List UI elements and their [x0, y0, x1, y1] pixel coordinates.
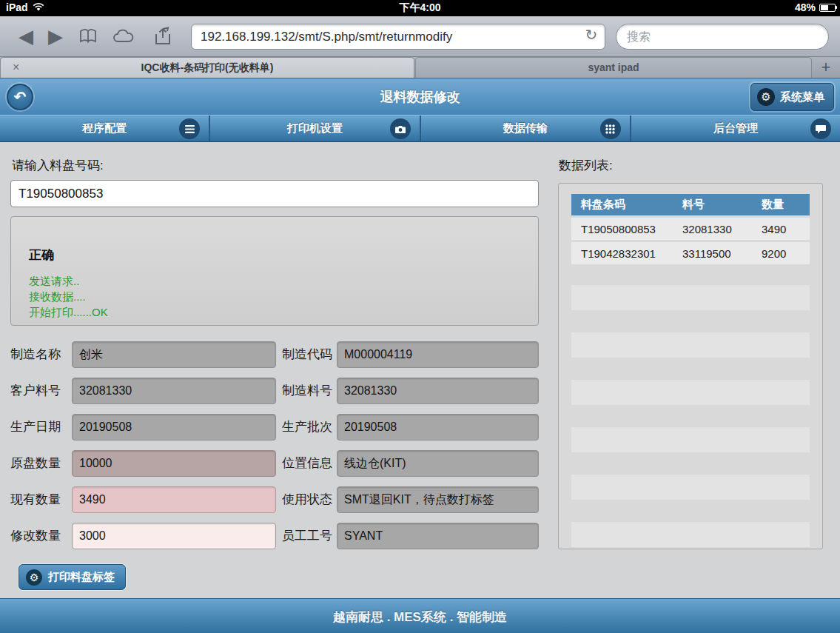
cloud-icon[interactable]	[111, 24, 136, 49]
cell-qty: 9200	[762, 247, 806, 260]
mfg-part-field: 32081330	[337, 378, 539, 404]
footer-text: 越南耐思 . MES系统 . 智能制造	[0, 609, 840, 626]
employee-id-field: SYANT	[337, 523, 539, 549]
table-header: 料盘条码 料号 数量	[571, 194, 810, 215]
new-tab-button[interactable]: +	[815, 58, 837, 76]
browser-toolbar: ◀ ▶ ↻	[0, 16, 840, 57]
customer-part-field: 32081330	[72, 378, 276, 404]
print-label-text: 打印料盘标签	[48, 570, 115, 584]
cell-barcode: T19042832301	[571, 247, 682, 260]
nav-item-backend-admin[interactable]: 后台管理	[631, 115, 840, 141]
result-log-line: 接收数据....	[29, 289, 108, 304]
current-qty-field: 3490	[72, 486, 276, 513]
mfg-code-field: M000004119	[337, 341, 539, 368]
table-row[interactable]: T19042832301 33119500 9200	[571, 242, 810, 264]
result-log-line: 发送请求..	[29, 273, 108, 289]
nav-label: 程序配置	[82, 121, 127, 135]
tab-inactive-title: syant ipad	[446, 61, 782, 73]
field-label: 制造名称	[10, 341, 71, 368]
gear-icon: ⚙	[26, 569, 42, 586]
search-input[interactable]	[616, 24, 829, 50]
forward-icon[interactable]: ▶	[46, 24, 65, 49]
field-label: 现有数量	[10, 486, 71, 513]
prod-batch-field: 20190508	[337, 414, 539, 441]
col-header-qty: 数量	[762, 198, 806, 212]
data-list-label: 数据列表:	[559, 157, 613, 174]
camera-icon	[390, 118, 411, 139]
field-label: 生产批次	[282, 414, 343, 441]
app-footer: 越南耐思 . MES系统 . 智能制造	[0, 598, 840, 633]
tray-number-input[interactable]	[10, 180, 539, 207]
nav-label: 后台管理	[713, 121, 758, 135]
ios-status-bar: iPad 下午4:00 48%	[0, 0, 840, 16]
system-menu-label: 系统菜单	[780, 90, 824, 104]
battery-percent: 48%	[795, 1, 816, 13]
modify-qty-input[interactable]	[72, 523, 276, 549]
system-menu-button[interactable]: ⚙ 系统菜单	[750, 83, 834, 111]
grid-icon	[600, 118, 621, 139]
col-header-part: 料号	[682, 198, 762, 212]
tab-inactive[interactable]: syant ipad	[415, 57, 812, 78]
empty-row	[571, 427, 810, 452]
app-header: ↶ 退料数据修改 ⚙ 系统菜单	[0, 78, 840, 115]
nav-label: 数据传输	[503, 121, 548, 135]
nav-item-data-transfer[interactable]: 数据传输	[421, 115, 631, 141]
empty-row	[571, 332, 810, 358]
page-title: 退料数据修改	[0, 88, 840, 106]
result-box: 正确 发送请求.. 接收数据.... 开始打印......OK	[10, 216, 539, 326]
data-list-panel: 料盘条码 料号 数量 T19050800853 32081330 3490 T1…	[558, 183, 823, 549]
bookmarks-icon[interactable]	[77, 24, 99, 49]
field-label: 员工工号	[282, 523, 343, 549]
hamburger-menu-icon	[179, 118, 200, 139]
empty-row	[571, 475, 810, 500]
tab-bar: × IQC收料-条码打印(无收料单) syant ipad +	[0, 57, 840, 78]
field-label: 制造料号	[282, 378, 343, 404]
field-label: 生产日期	[10, 414, 71, 441]
result-log: 发送请求.. 接收数据.... 开始打印......OK	[29, 273, 108, 320]
nav-label: 打印机设置	[287, 121, 343, 135]
field-label: 修改数量	[10, 523, 71, 549]
ipad-screen: iPad 下午4:00 48% ◀ ▶ ↻ × IQC收料-条码打印(	[0, 0, 840, 633]
table-row[interactable]: T19050800853 32081330 3490	[571, 218, 810, 240]
field-label: 使用状态	[282, 486, 343, 513]
cell-part: 32081330	[682, 223, 762, 235]
tab-active-title: IQC收料-条码打印(无收料单)	[30, 61, 384, 75]
back-icon[interactable]: ◀	[16, 24, 36, 49]
field-label: 客户料号	[10, 378, 71, 404]
gear-icon: ⚙	[757, 88, 775, 106]
location-field: 线边仓(KIT)	[337, 450, 539, 477]
url-input[interactable]	[191, 24, 605, 50]
cell-qty: 3490	[762, 223, 806, 235]
print-label-button[interactable]: ⚙ 打印料盘标签	[19, 564, 126, 590]
status-time: 下午4:00	[0, 1, 840, 15]
nav-item-program-config[interactable]: 程序配置	[0, 115, 210, 141]
tray-input-label: 请输入料盘号码:	[12, 157, 104, 174]
refresh-icon[interactable]: ↻	[582, 26, 601, 44]
empty-row	[571, 285, 810, 310]
result-log-line: 开始打印......OK	[29, 304, 108, 320]
field-label: 原盘数量	[10, 450, 71, 477]
chat-bubble-icon	[810, 118, 831, 139]
usage-status-field: SMT退回KIT，待点数打标签	[337, 486, 539, 513]
empty-row	[571, 522, 810, 547]
close-tab-icon[interactable]: ×	[13, 61, 19, 74]
col-header-barcode: 料盘条码	[571, 198, 682, 212]
field-label: 制造代码	[282, 341, 343, 368]
app-nav-bar: 程序配置 打印机设置 数据传输 后台管理	[0, 115, 840, 142]
empty-row	[571, 380, 810, 405]
mfg-name-field: 创米	[72, 341, 276, 368]
cell-barcode: T19050800853	[571, 223, 682, 235]
result-status: 正确	[29, 247, 54, 264]
field-label: 位置信息	[282, 450, 343, 477]
battery-icon	[819, 4, 836, 12]
cell-part: 33119500	[682, 247, 762, 260]
share-icon[interactable]	[151, 24, 176, 49]
nav-item-printer-settings[interactable]: 打印机设置	[210, 115, 420, 141]
original-qty-field: 10000	[72, 450, 276, 477]
tab-active[interactable]: × IQC收料-条码打印(无收料单)	[0, 57, 414, 78]
prod-date-field: 20190508	[72, 414, 276, 441]
